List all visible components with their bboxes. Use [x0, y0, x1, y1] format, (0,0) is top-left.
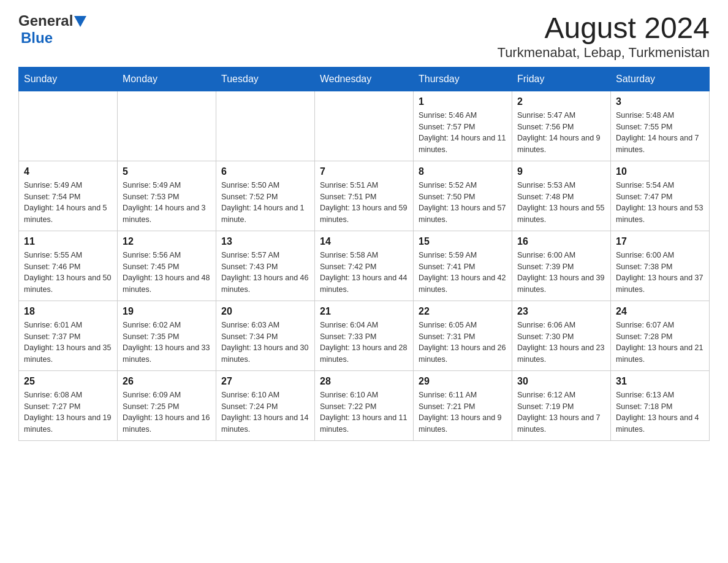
day-number: 25	[24, 376, 112, 387]
day-info: Sunrise: 5:53 AM Sunset: 7:48 PM Dayligh…	[517, 180, 605, 226]
calendar-week-1: 1Sunrise: 5:46 AM Sunset: 7:57 PM Daylig…	[19, 91, 710, 161]
calendar-day: 23Sunrise: 6:06 AM Sunset: 7:30 PM Dayli…	[512, 301, 611, 370]
day-number: 15	[419, 236, 507, 247]
day-info: Sunrise: 6:00 AM Sunset: 7:39 PM Dayligh…	[517, 250, 605, 296]
day-info: Sunrise: 5:46 AM Sunset: 7:57 PM Dayligh…	[419, 110, 507, 156]
calendar-day: 4Sunrise: 5:49 AM Sunset: 7:54 PM Daylig…	[19, 161, 118, 231]
day-number: 8	[419, 166, 507, 177]
page-header: General Blue August 2024 Turkmenabat, Le…	[18, 12, 710, 61]
day-number: 29	[419, 376, 507, 387]
day-info: Sunrise: 6:13 AM Sunset: 7:18 PM Dayligh…	[616, 389, 704, 435]
day-number: 9	[517, 166, 605, 177]
day-info: Sunrise: 5:50 AM Sunset: 7:52 PM Dayligh…	[221, 180, 309, 226]
day-number: 10	[616, 166, 704, 177]
weekday-header-wednesday: Wednesday	[315, 67, 414, 91]
day-number: 28	[320, 376, 408, 387]
day-info: Sunrise: 6:00 AM Sunset: 7:38 PM Dayligh…	[616, 250, 704, 296]
day-number: 24	[616, 306, 704, 317]
day-info: Sunrise: 5:51 AM Sunset: 7:51 PM Dayligh…	[320, 180, 408, 226]
day-info: Sunrise: 5:58 AM Sunset: 7:42 PM Dayligh…	[320, 250, 408, 296]
day-number: 4	[24, 166, 112, 177]
day-number: 6	[221, 166, 309, 177]
calendar-day: 7Sunrise: 5:51 AM Sunset: 7:51 PM Daylig…	[315, 161, 414, 231]
day-number: 17	[616, 236, 704, 247]
day-number: 7	[320, 166, 408, 177]
day-info: Sunrise: 5:47 AM Sunset: 7:56 PM Dayligh…	[517, 110, 605, 156]
day-info: Sunrise: 6:09 AM Sunset: 7:25 PM Dayligh…	[123, 389, 211, 435]
calendar-day: 16Sunrise: 6:00 AM Sunset: 7:39 PM Dayli…	[512, 231, 611, 301]
calendar-table: SundayMondayTuesdayWednesdayThursdayFrid…	[18, 67, 710, 441]
calendar-day: 28Sunrise: 6:10 AM Sunset: 7:22 PM Dayli…	[315, 370, 414, 440]
month-title: August 2024	[498, 12, 710, 45]
calendar-day: 14Sunrise: 5:58 AM Sunset: 7:42 PM Dayli…	[315, 231, 414, 301]
day-info: Sunrise: 6:02 AM Sunset: 7:35 PM Dayligh…	[123, 320, 211, 366]
day-number: 14	[320, 236, 408, 247]
day-number: 18	[24, 306, 112, 317]
calendar-day: 18Sunrise: 6:01 AM Sunset: 7:37 PM Dayli…	[19, 301, 118, 370]
day-info: Sunrise: 6:12 AM Sunset: 7:19 PM Dayligh…	[517, 389, 605, 435]
day-info: Sunrise: 6:01 AM Sunset: 7:37 PM Dayligh…	[24, 320, 112, 366]
day-number: 3	[616, 96, 704, 107]
day-info: Sunrise: 5:49 AM Sunset: 7:54 PM Dayligh…	[24, 180, 112, 226]
day-number: 5	[123, 166, 211, 177]
weekday-header-sunday: Sunday	[19, 67, 118, 91]
day-number: 23	[517, 306, 605, 317]
day-number: 11	[24, 236, 112, 247]
calendar-day: 20Sunrise: 6:03 AM Sunset: 7:34 PM Dayli…	[216, 301, 315, 370]
day-number: 27	[221, 376, 309, 387]
calendar-day: 5Sunrise: 5:49 AM Sunset: 7:53 PM Daylig…	[118, 161, 216, 231]
weekday-header-tuesday: Tuesday	[216, 67, 315, 91]
weekday-header-monday: Monday	[118, 67, 216, 91]
day-number: 16	[517, 236, 605, 247]
calendar-day	[19, 91, 118, 161]
calendar-day: 11Sunrise: 5:55 AM Sunset: 7:46 PM Dayli…	[19, 231, 118, 301]
svg-marker-0	[74, 16, 86, 27]
calendar-header-row: SundayMondayTuesdayWednesdayThursdayFrid…	[19, 67, 710, 91]
calendar-day: 2Sunrise: 5:47 AM Sunset: 7:56 PM Daylig…	[512, 91, 611, 161]
calendar-day: 9Sunrise: 5:53 AM Sunset: 7:48 PM Daylig…	[512, 161, 611, 231]
title-area: August 2024 Turkmenabat, Lebap, Turkmeni…	[498, 12, 710, 61]
day-number: 26	[123, 376, 211, 387]
day-info: Sunrise: 6:10 AM Sunset: 7:22 PM Dayligh…	[320, 389, 408, 435]
calendar-day: 10Sunrise: 5:54 AM Sunset: 7:47 PM Dayli…	[611, 161, 710, 231]
weekday-header-friday: Friday	[512, 67, 611, 91]
calendar-day	[216, 91, 315, 161]
day-info: Sunrise: 5:54 AM Sunset: 7:47 PM Dayligh…	[616, 180, 704, 226]
day-info: Sunrise: 6:08 AM Sunset: 7:27 PM Dayligh…	[24, 389, 112, 435]
logo-blue-text: Blue	[21, 29, 53, 46]
logo-triangle-icon	[74, 16, 86, 27]
calendar-week-4: 18Sunrise: 6:01 AM Sunset: 7:37 PM Dayli…	[19, 301, 710, 370]
calendar-day: 30Sunrise: 6:12 AM Sunset: 7:19 PM Dayli…	[512, 370, 611, 440]
calendar-day: 29Sunrise: 6:11 AM Sunset: 7:21 PM Dayli…	[414, 370, 512, 440]
day-number: 20	[221, 306, 309, 317]
day-number: 12	[123, 236, 211, 247]
calendar-day: 6Sunrise: 5:50 AM Sunset: 7:52 PM Daylig…	[216, 161, 315, 231]
day-number: 2	[517, 96, 605, 107]
day-number: 22	[419, 306, 507, 317]
day-info: Sunrise: 6:10 AM Sunset: 7:24 PM Dayligh…	[221, 389, 309, 435]
calendar-day: 13Sunrise: 5:57 AM Sunset: 7:43 PM Dayli…	[216, 231, 315, 301]
calendar-day: 8Sunrise: 5:52 AM Sunset: 7:50 PM Daylig…	[414, 161, 512, 231]
calendar-day: 1Sunrise: 5:46 AM Sunset: 7:57 PM Daylig…	[414, 91, 512, 161]
day-number: 1	[419, 96, 507, 107]
day-info: Sunrise: 5:56 AM Sunset: 7:45 PM Dayligh…	[123, 250, 211, 296]
day-info: Sunrise: 5:49 AM Sunset: 7:53 PM Dayligh…	[123, 180, 211, 226]
calendar-day: 19Sunrise: 6:02 AM Sunset: 7:35 PM Dayli…	[118, 301, 216, 370]
day-info: Sunrise: 6:07 AM Sunset: 7:28 PM Dayligh…	[616, 320, 704, 366]
calendar-day: 26Sunrise: 6:09 AM Sunset: 7:25 PM Dayli…	[118, 370, 216, 440]
calendar-day: 24Sunrise: 6:07 AM Sunset: 7:28 PM Dayli…	[611, 301, 710, 370]
calendar-day: 25Sunrise: 6:08 AM Sunset: 7:27 PM Dayli…	[19, 370, 118, 440]
calendar-day: 12Sunrise: 5:56 AM Sunset: 7:45 PM Dayli…	[118, 231, 216, 301]
day-info: Sunrise: 5:48 AM Sunset: 7:55 PM Dayligh…	[616, 110, 704, 156]
calendar-day: 15Sunrise: 5:59 AM Sunset: 7:41 PM Dayli…	[414, 231, 512, 301]
weekday-header-saturday: Saturday	[611, 67, 710, 91]
day-info: Sunrise: 6:03 AM Sunset: 7:34 PM Dayligh…	[221, 320, 309, 366]
logo: General Blue	[18, 12, 86, 47]
calendar-day	[315, 91, 414, 161]
calendar-day: 21Sunrise: 6:04 AM Sunset: 7:33 PM Dayli…	[315, 301, 414, 370]
day-info: Sunrise: 5:57 AM Sunset: 7:43 PM Dayligh…	[221, 250, 309, 296]
calendar-week-5: 25Sunrise: 6:08 AM Sunset: 7:27 PM Dayli…	[19, 370, 710, 440]
day-info: Sunrise: 6:04 AM Sunset: 7:33 PM Dayligh…	[320, 320, 408, 366]
day-info: Sunrise: 6:05 AM Sunset: 7:31 PM Dayligh…	[419, 320, 507, 366]
day-info: Sunrise: 6:06 AM Sunset: 7:30 PM Dayligh…	[517, 320, 605, 366]
